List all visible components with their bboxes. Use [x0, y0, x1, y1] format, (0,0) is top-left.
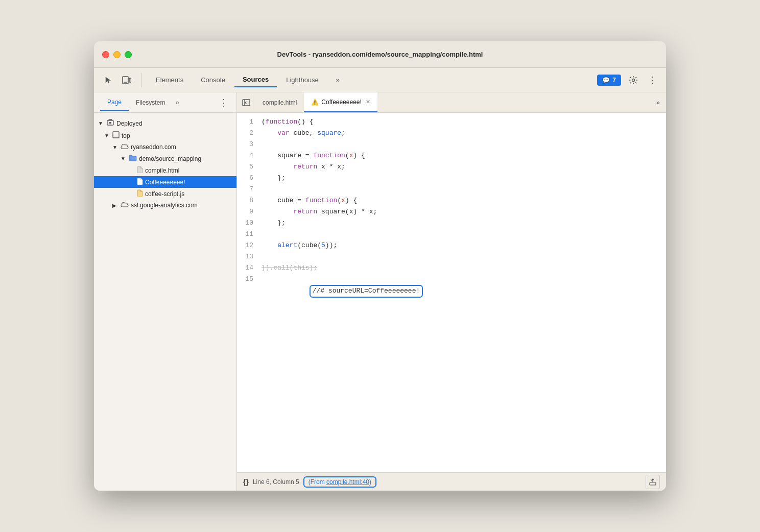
tree-item-folder[interactable]: ▼ demo/source_mapping: [94, 153, 236, 164]
chat-badge[interactable]: 💬 7: [597, 75, 621, 86]
sidebar-tab-page[interactable]: Page: [100, 94, 129, 111]
sidebar-tabs-more[interactable]: »: [172, 96, 182, 108]
arrow-folder: ▼: [121, 156, 127, 161]
sidebar-toggle-icon[interactable]: [239, 95, 253, 110]
code-line-2: 2 var cube, square;: [237, 128, 666, 139]
close-button[interactable]: [102, 51, 109, 58]
tab-console[interactable]: Console: [193, 73, 233, 87]
minimize-button[interactable]: [113, 51, 121, 58]
svg-rect-6: [113, 132, 119, 138]
cursor-position: Line 6, Column 5: [253, 478, 299, 486]
arrow-ga: ▶: [112, 203, 118, 208]
arrow-top: ▼: [104, 133, 110, 138]
sidebar-tabs: Page Filesystem » ⋮: [94, 92, 236, 113]
svg-rect-9: [650, 482, 656, 485]
code-tab-coffee[interactable]: ⚠️ Coffeeeeeeee! ✕: [304, 92, 377, 112]
pretty-print-icon[interactable]: {}: [243, 478, 249, 486]
file-icon-compile: [137, 166, 143, 175]
svg-rect-1: [129, 78, 131, 82]
code-panel: compile.html ⚠️ Coffeeeeeeee! ✕ » 1 (fun…: [237, 92, 666, 491]
code-line-7: 7: [237, 184, 666, 196]
cloud-icon: [121, 143, 129, 151]
code-line-8: 8 cube = function(x) {: [237, 196, 666, 207]
tab-more[interactable]: »: [328, 73, 348, 87]
sidebar: Page Filesystem » ⋮ ▼ Deployed: [94, 92, 237, 491]
more-menu-icon[interactable]: ⋮: [646, 73, 660, 87]
compile-label: compile.html: [145, 167, 179, 174]
code-line-4: 4 square = function(x) {: [237, 151, 666, 162]
file-tree: ▼ Deployed ▼: [94, 113, 236, 491]
coffee-label: Coffeeeeeeee!: [145, 179, 185, 186]
source-map-link[interactable]: compile.html:40: [326, 478, 369, 486]
devtools-window: DevTools - ryanseddon.com/demo/source_ma…: [94, 41, 666, 491]
arrow-deployed: ▼: [98, 120, 104, 126]
cursor-icon[interactable]: [100, 72, 116, 88]
titlebar: DevTools - ryanseddon.com/demo/source_ma…: [94, 41, 666, 68]
status-bar: {} Line 6, Column 5 (From compile.html:4…: [237, 472, 666, 491]
arrow-domain: ▼: [112, 144, 118, 150]
frame-icon: [112, 131, 120, 140]
file-icon-coffee: [137, 178, 143, 186]
sourceurl-highlight: //# sourceURL=Coffeeeeeeee!: [310, 285, 423, 298]
sidebar-tab-filesystem[interactable]: Filesystem: [129, 95, 172, 110]
source-mapping-info[interactable]: (From compile.html:40): [303, 476, 376, 488]
code-tab-compile[interactable]: compile.html: [255, 92, 304, 112]
maximize-button[interactable]: [125, 51, 132, 58]
tab-elements[interactable]: Elements: [148, 73, 192, 87]
domain-label: ryanseddon.com: [131, 143, 176, 151]
code-tabs-more[interactable]: »: [652, 96, 664, 108]
svg-rect-7: [243, 100, 250, 106]
deployed-icon: [106, 118, 114, 128]
toolbar: Elements Console Sources Lighthouse » 💬 …: [94, 68, 666, 92]
tree-item-coffeejs[interactable]: coffee-script.js: [94, 188, 236, 200]
chat-count: 7: [612, 77, 616, 84]
code-line-15: 15 //# sourceURL=Coffeeeeeeee!: [237, 274, 666, 308]
settings-icon[interactable]: [625, 72, 642, 88]
code-line-6: 6 };: [237, 173, 666, 184]
tree-item-domain[interactable]: ▼ ryanseddon.com: [94, 141, 236, 153]
svg-rect-0: [123, 77, 128, 84]
code-line-11: 11: [237, 229, 666, 240]
tab-lighthouse[interactable]: Lighthouse: [278, 73, 327, 87]
code-line-14: 14 }).call(this);: [237, 263, 666, 274]
main-tabs: Elements Console Sources Lighthouse »: [148, 72, 595, 87]
deployed-label: Deployed: [116, 120, 142, 127]
coffeejs-label: coffee-script.js: [145, 190, 184, 198]
code-line-10: 10 };: [237, 218, 666, 229]
code-tab-compile-label: compile.html: [263, 99, 297, 106]
tree-item-deployed[interactable]: ▼ Deployed: [94, 117, 236, 130]
toolbar-right: 💬 7 ⋮: [597, 72, 660, 88]
separator: [141, 73, 141, 87]
upload-icon[interactable]: [646, 475, 660, 489]
tree-item-top[interactable]: ▼ top: [94, 130, 236, 141]
main-area: Page Filesystem » ⋮ ▼ Deployed: [94, 92, 666, 491]
svg-point-3: [632, 79, 635, 81]
tree-item-coffee[interactable]: Coffeeeeeeee!: [94, 176, 236, 188]
code-tabs: compile.html ⚠️ Coffeeeeeeee! ✕ »: [237, 92, 666, 113]
warning-icon: ⚠️: [311, 99, 319, 106]
code-editor[interactable]: 1 (function() { 2 var cube, square; 3 4 …: [237, 113, 666, 472]
close-tab-icon[interactable]: ✕: [366, 99, 370, 105]
sidebar-options-icon[interactable]: ⋮: [217, 95, 230, 110]
device-icon[interactable]: [118, 72, 135, 88]
tree-item-compile[interactable]: compile.html: [94, 164, 236, 176]
code-line-12: 12 alert(cube(5));: [237, 240, 666, 252]
file-icon-coffeejs: [137, 189, 143, 198]
folder-icon: [129, 154, 137, 163]
tree-item-ga[interactable]: ▶ ssl.google-analytics.com: [94, 200, 236, 211]
svg-rect-5: [109, 122, 111, 124]
chat-icon: 💬: [602, 77, 610, 84]
folder-label: demo/source_mapping: [139, 155, 201, 162]
code-line-5: 5 return x * x;: [237, 162, 666, 173]
code-tab-coffee-label: Coffeeeeeeee!: [321, 99, 362, 106]
code-line-3: 3: [237, 139, 666, 151]
top-label: top: [122, 132, 130, 139]
code-line-1: 1 (function() {: [237, 117, 666, 128]
window-title: DevTools - ryanseddon.com/demo/source_ma…: [277, 51, 483, 58]
ga-label: ssl.google-analytics.com: [131, 202, 198, 209]
traffic-lights: [102, 51, 132, 58]
code-line-13: 13: [237, 252, 666, 263]
tab-sources[interactable]: Sources: [234, 72, 277, 87]
cloud-icon-ga: [121, 201, 129, 209]
code-line-9: 9 return square(x) * x;: [237, 207, 666, 218]
